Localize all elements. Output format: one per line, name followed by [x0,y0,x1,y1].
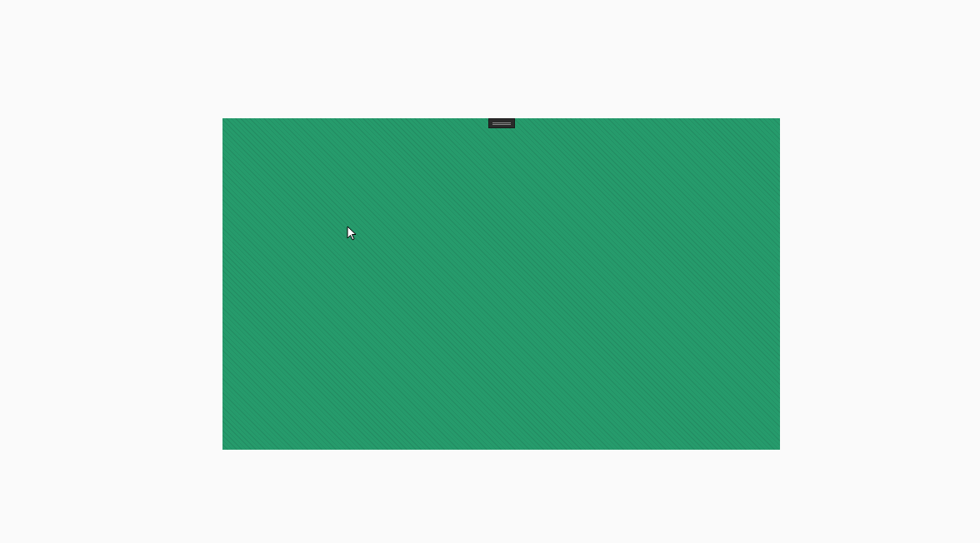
panel-reveal-handle[interactable] [488,118,515,128]
desktop[interactable] [222,118,780,450]
handle-line-icon [492,124,511,125]
handle-line-icon [492,122,511,123]
